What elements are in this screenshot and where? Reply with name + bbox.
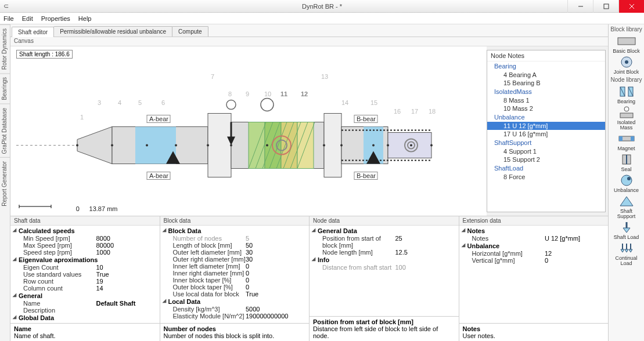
tree-item[interactable]: 8 Mass 1: [487, 96, 605, 104]
prop-row[interactable]: Outer right diameter [mm]30: [163, 256, 307, 263]
tree-item[interactable]: 4 Bearing A: [487, 71, 605, 79]
svg-marker-96: [620, 197, 633, 206]
prop-row[interactable]: Distance from shaft start100: [312, 264, 456, 271]
prop-row[interactable]: NotesU 12 [g*mm]: [462, 235, 606, 242]
tree-category[interactable]: ShaftLoad: [487, 164, 605, 173]
svg-rect-91: [631, 136, 634, 141]
pal-unbalance[interactable]: Unbalance: [611, 173, 642, 193]
pal-magnet[interactable]: Magnet: [611, 132, 642, 151]
prop-row[interactable]: Node length [mm]12.5: [312, 249, 456, 256]
tree-category[interactable]: ShaftSupport: [487, 138, 605, 147]
svg-point-64: [76, 144, 78, 147]
svg-text:3: 3: [98, 99, 101, 106]
svg-marker-104: [629, 249, 632, 252]
prop-row[interactable]: Max Speed [rpm]80000: [13, 242, 157, 249]
prop-row[interactable]: Inner block taper [%]0: [163, 277, 307, 284]
tree-item[interactable]: 11 U 12 [g*mm]: [487, 122, 605, 130]
side-tab-report[interactable]: Report Generator: [0, 157, 10, 210]
svg-point-23: [261, 99, 274, 111]
prop-row[interactable]: Length of block [mm]50: [163, 242, 307, 249]
prop-group[interactable]: Block Data: [163, 227, 307, 235]
canvas-label: Canvas: [10, 37, 608, 46]
prop-row[interactable]: Use local data for blockTrue: [163, 291, 307, 298]
prop-row[interactable]: Speed step [rpm]1000: [13, 249, 157, 256]
minimize-button[interactable]: [567, 0, 593, 13]
prop-group[interactable]: Notes: [462, 227, 606, 235]
pal-seal[interactable]: Seal: [611, 153, 642, 172]
tree-item[interactable]: 4 Support 1: [487, 147, 605, 155]
svg-text:6: 6: [161, 99, 165, 106]
tab-residual-unbalance[interactable]: Permissible/allowable residual unbalance: [53, 26, 172, 37]
tree-category[interactable]: Bearing: [487, 61, 605, 71]
tab-compute[interactable]: Compute: [172, 26, 208, 37]
side-tab-bearings[interactable]: Bearings: [0, 73, 10, 103]
menubar: File Edit Properties Help: [0, 13, 644, 24]
svg-point-82: [625, 60, 628, 64]
pal-isolated-mass[interactable]: Isolated Mass: [611, 106, 642, 130]
prop-row[interactable]: Density [kg/m^3]5000: [163, 306, 307, 313]
prop-row[interactable]: Position from start of block [mm]25: [312, 235, 456, 249]
tree-category[interactable]: IsolatedMass: [487, 87, 605, 96]
prop-row[interactable]: Min Speed [rpm]8000: [13, 235, 157, 242]
side-tab-rotor[interactable]: Rotor Dynamics: [0, 24, 10, 73]
app-icon: ⊂: [0, 2, 12, 10]
tree-item[interactable]: 15 Support 2: [487, 155, 605, 164]
tree-item[interactable]: 10 Mass 2: [487, 104, 605, 113]
tree-item[interactable]: 8 Force: [487, 173, 605, 181]
svg-rect-32: [281, 122, 297, 169]
svg-marker-24: [77, 127, 112, 164]
pal-shaft-load[interactable]: Shaft Load: [611, 220, 642, 240]
prop-group[interactable]: Global Data: [13, 314, 157, 322]
tab-shaft-editor[interactable]: Shaft editor: [12, 27, 54, 37]
pal-shaft-support[interactable]: Shaft Support: [611, 194, 642, 219]
prop-row[interactable]: Use standard valuesTrue: [13, 271, 157, 278]
prop-group[interactable]: Info: [312, 256, 456, 264]
prop-row[interactable]: Number of nodes5: [163, 235, 307, 242]
svg-text:18: 18: [429, 108, 436, 115]
prop-row[interactable]: Inner right diameter [mm]0: [163, 270, 307, 277]
prop-row[interactable]: Elasticity Module [N/m^2]190000000000: [163, 313, 307, 320]
menu-file[interactable]: File: [3, 15, 14, 22]
pal-bearing[interactable]: Bearing: [611, 85, 642, 104]
svg-text:4: 4: [118, 99, 121, 106]
close-button[interactable]: [618, 0, 644, 13]
shaft-length-label: Shaft length : 186.6: [16, 50, 73, 59]
side-tab-graplot[interactable]: GraPlot Database: [0, 104, 10, 158]
svg-point-87: [624, 107, 629, 111]
prop-row[interactable]: Outer left diameter [mm]30: [163, 249, 307, 256]
prop-group[interactable]: Unbalance: [462, 242, 606, 250]
prop-group[interactable]: Calculated speeds: [13, 227, 157, 235]
menu-properties[interactable]: Properties: [41, 15, 70, 22]
prop-row[interactable]: Outer block taper [%]0: [163, 284, 307, 291]
prop-group[interactable]: Eigenvalue aproximations: [13, 256, 157, 264]
prop-row[interactable]: Description: [13, 307, 157, 314]
pal-basic-block[interactable]: Basic Block: [611, 34, 642, 54]
svg-rect-90: [619, 136, 623, 141]
node-data-panel: Node data General DataPosition from star…: [310, 216, 459, 341]
shaft-canvas[interactable]: 3456 7 8910 13 1415 161718 1112 1: [16, 59, 481, 203]
tree-category[interactable]: Unbalance: [487, 113, 605, 122]
svg-point-73: [372, 144, 375, 147]
pal-continual-load[interactable]: Continual Load: [611, 241, 642, 266]
prop-group[interactable]: Local Data: [163, 298, 307, 306]
prop-row[interactable]: Inner left diameter [mm]0: [163, 263, 307, 270]
prop-group[interactable]: General: [13, 292, 157, 300]
svg-point-75: [410, 144, 412, 147]
prop-row[interactable]: Column count14: [13, 285, 157, 292]
prop-row[interactable]: Vertical [g*mm]0: [462, 257, 606, 264]
prop-row[interactable]: Row count19: [13, 278, 157, 285]
prop-row[interactable]: NameDefault Shaft: [13, 300, 157, 307]
pal-joint-block[interactable]: Joint Block: [611, 55, 642, 75]
menu-help[interactable]: Help: [78, 15, 92, 22]
menu-edit[interactable]: Edit: [22, 15, 33, 22]
prop-row[interactable]: Horizontal [g*mm]12: [462, 250, 606, 257]
maximize-button[interactable]: [593, 0, 618, 13]
svg-text:B-bear: B-bear: [357, 172, 376, 179]
tree-item[interactable]: 17 U 16 [g*mm]: [487, 130, 605, 138]
svg-text:17: 17: [411, 108, 418, 115]
prop-group[interactable]: General Data: [312, 227, 456, 235]
svg-text:11: 11: [280, 90, 287, 97]
prop-row[interactable]: Eigen Count10: [13, 264, 157, 271]
svg-point-22: [226, 100, 236, 110]
tree-item[interactable]: 15 Bearing B: [487, 79, 605, 87]
